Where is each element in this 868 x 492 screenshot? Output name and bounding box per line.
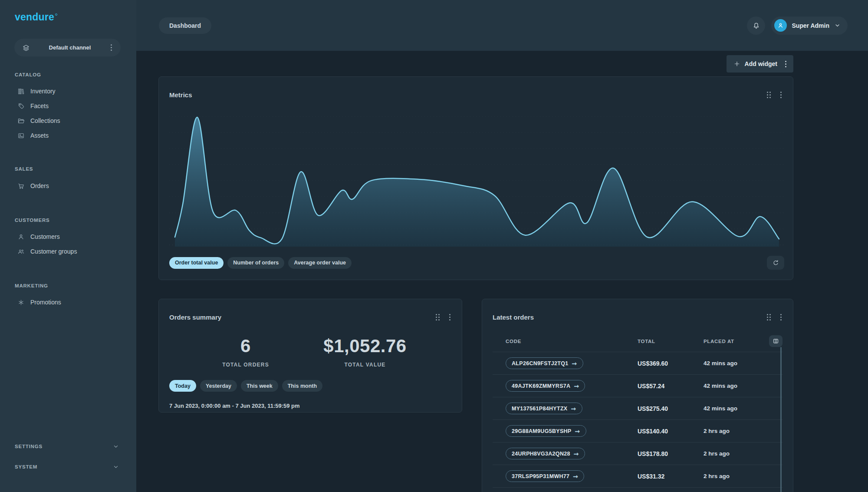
sidebar-item-label: Assets [30,132,49,139]
breadcrumb[interactable]: Dashboard [159,17,211,34]
order-total: US$369.60 [638,360,704,367]
latest-orders-table: CODE TOTAL PLACED AT ALP26CN9FSTJ2TQ1➞ U… [493,330,783,492]
date-range: 7 Jun 2023, 0:00:00 am - 7 Jun 2023, 11:… [169,403,300,409]
section-label-marketing: MARKETING [15,283,48,288]
order-total: US$178.80 [638,450,704,457]
sidebar-item-promotions[interactable]: Promotions [0,295,136,310]
user-menu[interactable]: Super Admin [771,17,848,35]
topbar-right: Super Admin [747,17,848,35]
vendure-admin-dashboard: { "brand": { "name": "vendure", "accent_… [0,0,868,492]
asterisk-icon [17,299,25,306]
table-scrollbar[interactable] [780,347,782,492]
order-link[interactable]: 24URPH8VG3A2QN28➞ [506,448,585,459]
filter-yesterday[interactable]: Yesterday [200,380,237,392]
chevron-down-icon [113,443,119,449]
widget-menu-kebab-icon[interactable] [448,313,451,321]
channel-menu-kebab-icon[interactable] [110,43,113,52]
sidebar-item-customer-groups[interactable]: Customer groups [0,244,136,259]
refresh-icon [772,259,779,267]
metric-tabs: Order total value Number of orders Avera… [169,257,352,269]
sidebar-item-inventory[interactable]: Inventory [0,84,136,99]
order-link[interactable]: 37RLSP95P31MWH77➞ [506,470,584,482]
order-placed-at: 2 hrs ago [704,450,768,457]
order-total: US$31.32 [638,473,704,480]
chart-area-fill [175,117,779,247]
metrics-widget-actions [767,91,783,99]
widget-menu-kebab-icon[interactable] [779,313,783,321]
tab-order-total-value[interactable]: Order total value [169,257,224,269]
table-row: ALP26CN9FSTJ2TQ1➞ US$369.60 42 mins ago [493,352,783,375]
sidebar-item-orders[interactable]: Orders [0,178,136,193]
table-row: MY137561P84HYTZX➞ US$275.40 42 mins ago [493,397,783,420]
sidebar-item-collections[interactable]: Collections [0,113,136,128]
image-icon [17,132,25,139]
order-link[interactable]: 49AJTK69ZMMYRS7A➞ [506,380,585,392]
drag-handle-icon[interactable] [767,92,771,98]
table-row: 49AJTK69ZMMYRS7A➞ US$57.24 42 mins ago [493,375,783,397]
bell-icon [752,21,760,30]
add-widget-menu-kebab-icon[interactable] [784,60,787,68]
sidebar-section-system[interactable]: SYSTEM [0,461,136,472]
table-row-partial [493,488,783,492]
inventory-icon [17,88,25,95]
chevron-down-icon [834,22,841,29]
dashboard-content: Add widget Metrics [136,51,868,492]
total-orders-value: 6 [185,336,306,357]
section-label-sales: SALES [15,166,33,172]
catalog-nav-group: Inventory Facets Collections Assets [0,84,136,143]
sidebar-item-assets[interactable]: Assets [0,128,136,143]
sidebar-item-label: Customers [30,233,60,240]
order-placed-at: 42 mins ago [704,360,768,367]
sidebar-item-label: Orders [30,182,49,189]
add-widget-button[interactable]: Add widget [727,55,793,73]
order-link[interactable]: ALP26CN9FSTJ2TQ1➞ [506,357,583,369]
summary-filters: Today Yesterday This week This month [169,380,322,392]
sidebar-item-label: Inventory [30,88,56,95]
table-row: 29G88AM9UG5BYSHP➞ US$140.40 2 hrs ago [493,420,783,442]
tab-average-order-value[interactable]: Average order value [288,257,352,269]
latest-orders-widget: Latest orders CODE TOTAL PLACED AT ALP26… [482,299,793,492]
user-icon [17,233,25,241]
filter-this-week[interactable]: This week [241,380,278,392]
folder-icon [17,117,25,125]
filter-today[interactable]: Today [169,380,196,392]
user-name: Super Admin [792,22,829,29]
section-label-customers: CUSTOMERS [15,218,49,223]
sidebar: vendure Default channel CATALOG Inventor… [0,0,136,492]
order-placed-at: 42 mins ago [704,405,768,412]
order-link[interactable]: MY137561P84HYTZX➞ [506,403,582,414]
table-header-row: CODE TOTAL PLACED AT [493,330,783,352]
widget-menu-kebab-icon[interactable] [779,91,783,99]
table-row: 24URPH8VG3A2QN28➞ US$178.80 2 hrs ago [493,442,783,465]
total-value-label: TOTAL VALUE [293,362,437,368]
metrics-chart-svg [169,110,783,250]
sales-nav-group: Orders [0,178,136,193]
avatar [774,19,787,32]
order-total: US$275.40 [638,405,704,412]
users-icon [17,248,25,255]
sidebar-section-settings[interactable]: SETTINGS [0,441,136,452]
arrow-right-icon: ➞ [571,405,576,412]
order-total: US$140.40 [638,428,704,435]
notifications-button[interactable] [747,17,765,35]
topbar: Dashboard Super Admin [136,0,868,51]
drag-handle-icon[interactable] [436,314,440,320]
order-link[interactable]: 29G88AM9UG5BYSHP➞ [506,425,586,437]
sidebar-item-customers[interactable]: Customers [0,229,136,244]
metrics-footer: Order total value Number of orders Avera… [169,256,784,270]
sidebar-item-label: Collections [30,117,60,124]
column-settings-button[interactable] [769,335,783,347]
marketing-nav-group: Promotions [0,295,136,310]
refresh-button[interactable] [767,256,784,270]
plus-icon [733,60,740,67]
col-header-placed-at: PLACED AT [704,339,768,344]
latest-orders-actions [767,313,783,321]
tab-number-of-orders[interactable]: Number of orders [227,257,284,269]
arrow-right-icon: ➞ [572,360,577,367]
sidebar-item-facets[interactable]: Facets [0,99,136,113]
channel-selector[interactable]: Default channel [14,39,121,56]
cart-icon [17,182,25,190]
filter-this-month[interactable]: This month [282,380,322,392]
drag-handle-icon[interactable] [767,314,771,320]
widgets-row: Orders summary 6 TOTAL ORDERS $1,052.76 … [158,299,793,492]
